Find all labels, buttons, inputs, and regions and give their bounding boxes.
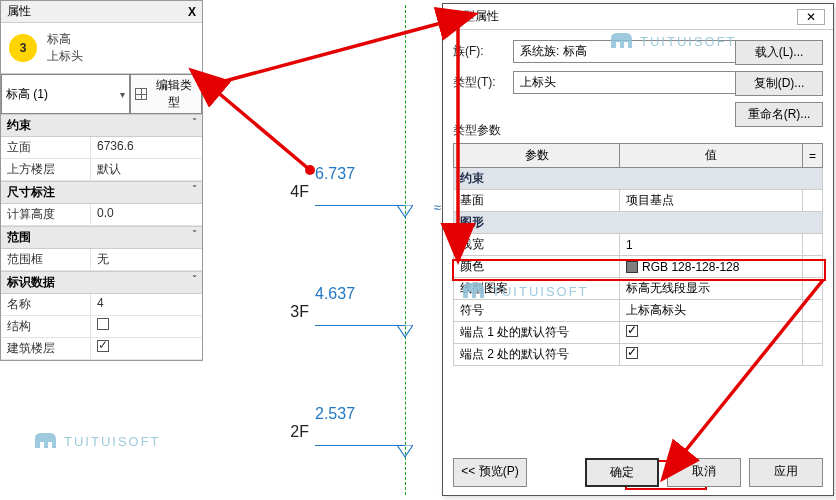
type-properties-dialog: 类型属性 ✕ 族(F): 系统族: 标高▾ 类型(T): 上标头▾ 载入(L).… — [442, 3, 834, 496]
properties-panel: 属性 X 3 标高 上标头 标高 (1) ▾ 编辑类型 约束ˇ 立面6736.6… — [0, 0, 203, 361]
table-row: 基面项目基点 — [454, 190, 823, 212]
elephant-icon — [32, 430, 58, 452]
properties-type-labels: 标高 上标头 — [47, 31, 83, 65]
copy-button[interactable]: 复制(D)... — [735, 71, 823, 96]
prop-row-floor[interactable]: 建筑楼层✓ — [1, 338, 202, 360]
group-identity[interactable]: 标识数据ˇ — [1, 271, 202, 294]
col-param: 参数 — [454, 144, 620, 168]
svg-marker-0 — [397, 205, 413, 217]
checkbox-end1[interactable] — [626, 325, 638, 337]
level-2f[interactable]: 2F 2.537 — [290, 405, 405, 446]
svg-marker-1 — [397, 325, 413, 337]
nav-wheel-icon[interactable]: ≈ — [434, 200, 441, 215]
type-line2: 上标头 — [47, 48, 83, 65]
group-dimension[interactable]: 尺寸标注ˇ — [1, 181, 202, 204]
apply-button[interactable]: 应用 — [749, 458, 823, 487]
table-row: 端点 2 处的默认符号 — [454, 344, 823, 366]
col-eq[interactable]: = — [802, 144, 822, 168]
properties-header: 3 标高 上标头 — [1, 23, 202, 73]
svg-marker-2 — [397, 445, 413, 457]
load-button[interactable]: 载入(L)... — [735, 40, 823, 65]
edit-type-button[interactable]: 编辑类型 — [130, 74, 202, 114]
chevron-down-icon: ▾ — [120, 89, 125, 100]
type-line1: 标高 — [47, 31, 83, 48]
checkbox-floor[interactable]: ✓ — [97, 340, 109, 352]
type-label: 类型(T): — [453, 74, 513, 91]
color-swatch-icon — [626, 261, 638, 273]
prop-row-struct[interactable]: 结构 — [1, 316, 202, 338]
section-line — [405, 5, 406, 495]
grid-icon — [135, 88, 147, 100]
rename-button[interactable]: 重命名(R)... — [735, 102, 823, 127]
type-selector[interactable]: 标高 (1) ▾ — [1, 74, 130, 114]
prop-row-calc[interactable]: 计算高度0.0 — [1, 204, 202, 226]
step-badge: 3 — [9, 34, 37, 62]
checkbox-struct[interactable] — [97, 318, 109, 330]
prop-row-above[interactable]: 上方楼层默认 — [1, 159, 202, 181]
group-scope[interactable]: 范围ˇ — [1, 226, 202, 249]
dialog-title: 类型属性 — [451, 8, 499, 25]
table-row: 线型图案标高无线段显示 — [454, 278, 823, 300]
group-constraint[interactable]: 约束ˇ — [1, 114, 202, 137]
table-row: 颜色RGB 128-128-128 — [454, 256, 823, 278]
table-row: 线宽1 — [454, 234, 823, 256]
preview-button[interactable]: << 预览(P) — [453, 458, 527, 487]
group-constraint[interactable]: 约束 — [454, 168, 823, 190]
drawing-canvas[interactable]: 4F 6.737 3F 4.637 2F 2.537 ≈ — [210, 0, 445, 500]
dialog-title-bar: 类型属性 ✕ — [443, 4, 833, 30]
prop-row-name[interactable]: 名称4 — [1, 294, 202, 316]
edit-type-label: 编辑类型 — [151, 77, 197, 111]
prop-row-scope[interactable]: 范围框无 — [1, 249, 202, 271]
close-icon[interactable]: ✕ — [797, 9, 825, 25]
cancel-button[interactable]: 取消 — [667, 458, 741, 487]
watermark: TUITUISOFT — [32, 430, 161, 452]
family-label: 族(F): — [453, 43, 513, 60]
properties-title-bar: 属性 X — [1, 1, 202, 23]
close-icon[interactable]: X — [188, 5, 196, 19]
col-value: 值 — [620, 144, 803, 168]
ok-button[interactable]: 确定 — [585, 458, 659, 487]
table-row: 符号上标高标头 — [454, 300, 823, 322]
type-selector-text: 标高 (1) — [6, 86, 48, 103]
table-row: 端点 1 处的默认符号 — [454, 322, 823, 344]
properties-title: 属性 — [7, 3, 31, 20]
type-params-table: 参数 值 = 约束 基面项目基点 图形 线宽1 颜色RGB 128-128-12… — [453, 143, 823, 366]
checkbox-end2[interactable] — [626, 347, 638, 359]
level-4f[interactable]: 4F 6.737 — [290, 165, 405, 206]
dialog-footer: << 预览(P) 确定 取消 应用 — [443, 458, 833, 487]
group-graphics[interactable]: 图形 — [454, 212, 823, 234]
prop-row-elevation[interactable]: 立面6736.6 — [1, 137, 202, 159]
level-3f[interactable]: 3F 4.637 — [290, 285, 405, 326]
